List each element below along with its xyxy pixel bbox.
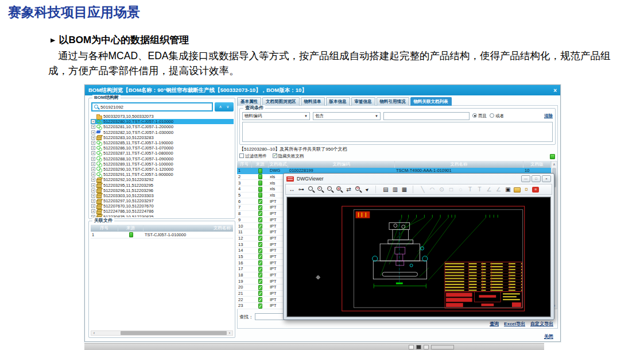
expand-icon[interactable] <box>91 151 95 155</box>
close-button[interactable]: × <box>542 175 551 182</box>
clear-link[interactable]: 清除 <box>544 113 553 119</box>
window-close-icon[interactable]: × <box>553 87 557 94</box>
tree-item[interactable]: 512203280,10,TST-CJ057-1-010000 <box>91 119 234 124</box>
maximize-button[interactable]: □ <box>532 175 541 182</box>
tab[interactable]: 文档简图浏览区 <box>262 97 300 106</box>
ellipse-icon[interactable]: ◌ <box>457 186 464 193</box>
tree-item[interactable]: 512203287,11,TST-CJ057-1-080000 <box>91 151 234 156</box>
expand-icon[interactable] <box>91 215 95 217</box>
tab[interactable]: 物料清单 <box>301 97 325 106</box>
pan-icon[interactable]: ↔ <box>288 186 296 193</box>
expand-icon[interactable] <box>91 183 95 187</box>
horizontal-scrollbar[interactable]: ‹ › <box>91 330 233 336</box>
custom-export-link[interactable]: 自定义导出 <box>530 321 553 327</box>
scroll-right-icon[interactable]: › <box>227 331 232 335</box>
operator-select[interactable]: 包含 ▼ <box>313 112 381 120</box>
expand-icon[interactable] <box>91 141 95 145</box>
expand-icon[interactable] <box>91 204 95 208</box>
copy-icon[interactable]: ▤ <box>382 186 390 193</box>
expand-icon[interactable] <box>91 146 95 150</box>
edit-icon[interactable]: ∠ <box>495 186 502 193</box>
query-conditions-listbox[interactable] <box>242 122 553 142</box>
tree-item[interactable]: 512203297,10,512203297 <box>91 198 234 203</box>
query-value-input[interactable] <box>383 112 470 120</box>
expand-icon[interactable] <box>91 157 95 161</box>
tree-item[interactable]: 512203288,10,TST-CJ057-1-090000 <box>91 156 234 161</box>
expand-icon[interactable] <box>91 120 95 124</box>
tree-item[interactable]: 512230835,10,512230835 <box>91 214 234 217</box>
preview-icon[interactable]: ▥ <box>391 186 399 193</box>
delete-icon[interactable]: ∠ <box>486 186 493 193</box>
scroll-left-icon[interactable]: ‹ <box>91 331 97 335</box>
search-up-icon[interactable]: ∧ <box>219 105 222 109</box>
tab[interactable]: 版本信息 <box>326 97 350 106</box>
circle-icon[interactable]: ⊙ <box>438 186 445 193</box>
zoom-extents-icon[interactable]: ⊕ <box>336 186 343 193</box>
query-link[interactable]: 查询 <box>490 321 499 327</box>
excel-export-link[interactable]: Excel导出 <box>504 321 525 327</box>
expand-icon[interactable] <box>91 178 95 182</box>
tree-item[interactable]: 512203295,11,512203295 <box>91 182 234 187</box>
text-style-icon[interactable]: T <box>476 186 483 193</box>
print-pdf-icon[interactable]: ≡ <box>532 187 539 193</box>
tree-item[interactable]: 512203282,10,TST-CJ057-1-030000 <box>91 130 234 135</box>
tree-item[interactable]: 512203291,11,TST-CJ057-1-900000 <box>91 172 234 177</box>
field-select[interactable]: 物料编码 ▼ <box>242 112 310 120</box>
tree-item[interactable]: 500332073,10,500332073 <box>91 114 234 119</box>
search-prev-next-buttons[interactable]: ∧ ∨ <box>215 102 234 111</box>
expand-icon[interactable] <box>91 189 95 193</box>
measure-icon[interactable]: ⊶ <box>298 186 305 193</box>
expand-icon[interactable] <box>91 136 95 140</box>
open-folder-icon[interactable] <box>514 187 521 193</box>
scroll-up-icon[interactable]: ∧ <box>553 161 555 167</box>
checkbox-unchecked-icon[interactable] <box>239 153 244 158</box>
hide-invalid-checkbox[interactable]: 隐藏失效文档 <box>273 153 304 159</box>
cad-canvas[interactable] <box>286 197 551 317</box>
tree-search-input[interactable] <box>99 105 211 110</box>
tree-item[interactable]: 512203289,11,TST-CJ057-1-100000 <box>91 161 234 167</box>
tree-item[interactable]: 512203281,10,TST-CJ057-1-200000 <box>91 124 234 129</box>
tree-search-box[interactable] <box>91 102 213 111</box>
expand-icon[interactable] <box>91 172 95 176</box>
tree-item[interactable]: 512203285,11,TST-CJ057-1-190000 <box>91 140 234 145</box>
thumbnail-view-icon[interactable] <box>550 154 555 159</box>
zoom-in-icon[interactable]: + <box>317 186 324 193</box>
zoom-out-icon[interactable]: − <box>326 186 333 193</box>
rect-icon[interactable]: □ <box>448 186 455 193</box>
search-down-icon[interactable]: ∨ <box>226 105 229 109</box>
text-icon[interactable]: T <box>467 186 474 193</box>
expand-icon[interactable] <box>91 162 95 166</box>
arc-icon[interactable]: ◠ <box>429 186 436 193</box>
tree-item[interactable]: 512203283,10,512203283 <box>91 135 234 140</box>
checkbox-checked-icon[interactable] <box>273 153 277 158</box>
view-pan-icon[interactable]: ⇄ <box>345 186 352 193</box>
expand-icon[interactable] <box>91 209 95 213</box>
zoom-window-icon[interactable] <box>307 186 315 193</box>
related-file-row[interactable]: 1 TST-CJ057-1-010000 <box>91 232 233 239</box>
radio-unselected-icon[interactable] <box>490 113 494 118</box>
save-icon[interactable]: ▣ <box>505 186 512 193</box>
tree-item[interactable]: 512203292,10,512203292 <box>91 177 234 182</box>
tree-item[interactable]: 512224786,10,512224786 <box>91 209 234 214</box>
close-link[interactable]: 关闭 <box>544 333 553 340</box>
expand-icon[interactable] <box>91 167 95 171</box>
expand-icon[interactable] <box>91 125 95 129</box>
minimize-button[interactable]: — <box>521 175 530 182</box>
print-icon[interactable]: ▦ <box>401 186 413 193</box>
pointer-icon[interactable]: ► <box>364 186 376 193</box>
tree-item[interactable]: 512203303,10,512203303 <box>91 193 234 198</box>
expand-icon[interactable] <box>91 130 95 134</box>
tree-item[interactable]: 512203296,11,512203296 <box>91 188 234 193</box>
radio-and[interactable]: 而且 <box>472 113 487 119</box>
zoom-scale-icon[interactable]: % <box>355 186 362 193</box>
line-icon[interactable]: ╲ <box>419 186 426 193</box>
radio-selected-icon[interactable] <box>472 113 477 118</box>
scrollbar-thumb[interactable] <box>121 331 227 335</box>
tab[interactable]: 基本属性 <box>237 97 261 106</box>
tree-item[interactable]: 512207670,10,512207670 <box>91 203 234 209</box>
filter-borrowed-checkbox[interactable]: 过滤借用件 <box>239 153 267 159</box>
tab[interactable]: 物料关联文档列表 <box>410 97 452 106</box>
tree-item[interactable]: 512203290,10,TST-CJ057-1-120000 <box>91 167 234 172</box>
expand-icon[interactable] <box>91 194 95 198</box>
expand-icon[interactable] <box>91 199 95 203</box>
